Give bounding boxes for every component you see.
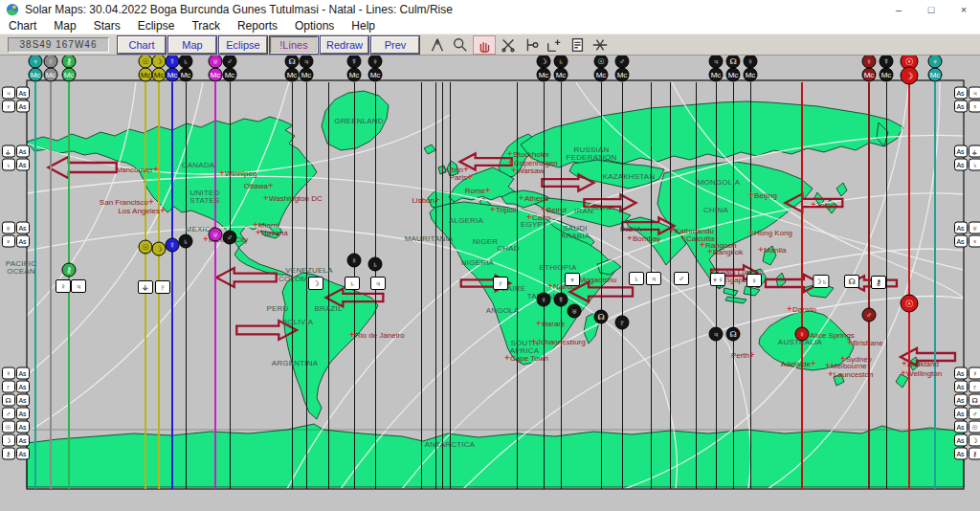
city-label-lisbon: Lisbon — [412, 196, 434, 205]
line-marker-jupiter: ♃ — [300, 55, 314, 69]
planet-line-32 — [908, 82, 910, 489]
close-button[interactable]: × — [947, 0, 980, 19]
toolbar: 38S49 167W46 ChartMapEclipse!LinesRedraw… — [0, 33, 980, 56]
city-marker-san-francisco: + — [148, 197, 153, 207]
vesta-glyph: ⚶ — [2, 145, 15, 158]
menu-item-eclipse[interactable]: Eclipse — [129, 19, 184, 33]
toolbar-button-prev[interactable]: Prev — [371, 36, 419, 54]
locate-tool[interactable] — [544, 36, 565, 54]
right-rising-label-pluto: As♇ — [953, 381, 980, 393]
rising-as-label: As — [954, 235, 968, 248]
saturn-glyph: ♄ — [2, 159, 15, 171]
right-rising-label-jupiter: As♃ — [953, 87, 980, 100]
line-marker-saturn-angle: Mc — [179, 68, 193, 82]
dividers-tool[interactable] — [427, 36, 448, 54]
uranus-glyph: ♅ — [2, 222, 15, 234]
neptune-glyph: ♆ — [969, 235, 980, 248]
city-marker-bombay: + — [627, 233, 632, 243]
rising-as-label: As — [16, 408, 30, 420]
paran-label-2: ⚶ — [138, 280, 153, 294]
menu-item-chart[interactable]: Chart — [0, 19, 45, 33]
planet-line-0 — [34, 82, 36, 489]
map-marker-node: ☊ — [726, 327, 741, 342]
country-label-brazil: BRAZIL — [314, 305, 342, 313]
city-marker-nairobi: + — [547, 281, 552, 291]
paran-star-tool[interactable] — [590, 36, 611, 54]
maximize-button[interactable]: □ — [915, 0, 947, 19]
city-marker-rome: + — [485, 186, 490, 195]
city-label-adelaide: Adelaide — [781, 360, 811, 368]
mercury-glyph: ☿ — [969, 367, 980, 380]
pluto-glyph: ♇ — [969, 381, 980, 393]
menu-item-reports[interactable]: Reports — [229, 19, 286, 33]
planet-line-7 — [214, 82, 216, 489]
city-label-harare: Harare — [542, 320, 565, 328]
city-marker-lisbon: + — [434, 195, 439, 205]
left-rising-label-mercury: ☿As — [1, 367, 30, 380]
paran-label-7: ♇ — [493, 277, 508, 290]
toolbar-button-lines[interactable]: !Lines — [270, 36, 318, 54]
country-label-chad: CHAD — [497, 245, 519, 253]
right-rising-label-sun: As☉ — [953, 421, 980, 433]
title-bar[interactable]: Solar Maps: 30.04.2022 Boga Burcunda Gun… — [0, 0, 980, 20]
toolbar-button-redraw[interactable]: Redraw — [321, 36, 368, 54]
menu-item-help[interactable]: Help — [343, 19, 384, 33]
right-rising-label-vesta: As⚶ — [953, 145, 980, 158]
rising-as-label: As — [954, 434, 968, 447]
line-marker-neptune-angle: Mc — [928, 68, 943, 82]
chiron-glyph: ⚷ — [2, 448, 15, 460]
country-label-pacific: PACIFIC OCEAN — [6, 260, 36, 276]
minimize-button[interactable]: – — [882, 0, 915, 19]
city-label-san-francisco: San Francisco — [100, 198, 148, 207]
report-page-tool[interactable] — [567, 36, 588, 54]
city-marker-manila: + — [758, 245, 763, 255]
menu-item-stars[interactable]: Stars — [85, 19, 129, 33]
jupiter-glyph: ♃ — [969, 87, 980, 100]
pan-hand-tool[interactable] — [473, 35, 496, 55]
paran-label-16: ⚷ — [871, 276, 886, 289]
menu-item-track[interactable]: Track — [183, 19, 229, 33]
city-label-cape-town: Cape Town — [510, 354, 548, 363]
clip-tool[interactable] — [498, 36, 519, 54]
toolbar-button-eclipse[interactable]: Eclipse — [219, 36, 267, 54]
left-rising-label-node: ☊As — [1, 394, 30, 407]
menu-item-options[interactable]: Options — [286, 19, 343, 33]
map-marker-sun: ☉ — [139, 240, 153, 255]
toolbar-button-map[interactable]: Map — [168, 36, 216, 54]
country-label-argentina: ARGENTINA — [272, 360, 318, 367]
rising-as-label: As — [16, 421, 30, 433]
line-marker-sun: ☉ — [139, 55, 153, 69]
city-marker-tripoli: + — [490, 205, 495, 214]
zoom-tool[interactable] — [450, 36, 471, 54]
city-marker-washington-dc: + — [263, 193, 268, 203]
city-marker-cape-town: + — [504, 353, 509, 363]
vesta-glyph: ⚶ — [969, 145, 980, 158]
clamp-tool-icon — [522, 36, 541, 54]
country-label-niger: NIGER — [473, 238, 498, 246]
city-marker-perth: + — [749, 350, 754, 360]
sun-glyph: ☉ — [2, 421, 15, 433]
toolbar-button-chart[interactable]: Chart — [118, 36, 166, 54]
moon-glyph: ☽ — [2, 434, 15, 447]
paran-label-12: ♆♀ — [710, 273, 725, 286]
planet-line-14 — [421, 82, 422, 489]
country-label-mongolia: MONGOLIA — [698, 179, 741, 187]
planet-line-23 — [651, 82, 652, 489]
clamp-tool[interactable] — [521, 36, 542, 54]
country-label-nigeria: NIGERIA — [461, 259, 494, 267]
city-label-tripoli: Tripoli — [496, 206, 516, 214]
rising-as-label: As — [954, 421, 968, 433]
line-marker-sun-angle: Mc — [139, 68, 153, 82]
paran-label-1: ♃ — [71, 279, 86, 293]
line-marker-node: ☊ — [285, 55, 300, 69]
city-label-paris: Paris — [450, 173, 467, 182]
cursor-coordinates-readout: 38S49 167W46 — [8, 37, 109, 53]
planet-line-11 — [328, 82, 329, 489]
window-title: Solar Maps: 30.04.2022 Boga Burcunda Gun… — [25, 3, 453, 16]
line-marker-moon: ☽ — [537, 55, 551, 69]
planet-line-25 — [696, 82, 697, 489]
rising-as-label: As — [954, 381, 968, 393]
menu-item-map[interactable]: Map — [45, 19, 84, 33]
line-marker-pluto: ♇ — [44, 55, 58, 69]
line-marker-saturn-angle: Mc — [554, 68, 568, 82]
